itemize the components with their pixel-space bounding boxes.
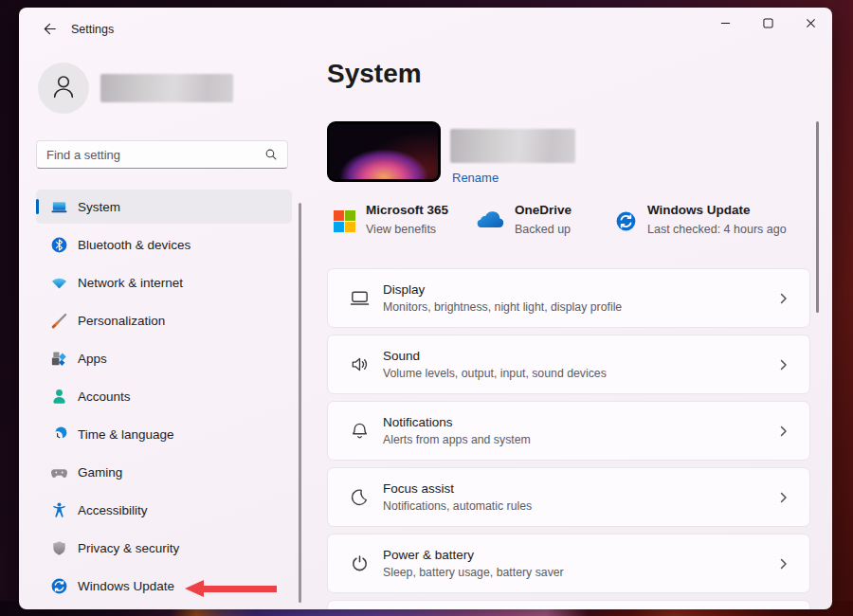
chevron-right-icon [778,492,789,503]
close-icon [806,15,816,32]
sidebar-item-personalization[interactable]: Personalization [36,303,292,337]
sidebar-item-gaming[interactable]: Gaming [36,455,292,489]
display-icon [348,287,371,310]
sidebar-item-accessibility[interactable]: Accessibility [36,493,292,527]
main-scrollbar[interactable] [816,121,819,313]
sidebar-nav: System Bluetooth & devices Network & int… [36,190,292,607]
card-subtitle: Volume levels, output, input, sound devi… [383,367,778,380]
notifications-icon [348,420,371,443]
sidebar-item-bluetooth-devices[interactable]: Bluetooth & devices [36,227,292,262]
microsoft-365-tile[interactable]: Microsoft 365 View benefits [334,203,448,236]
sidebar-item-time-language[interactable]: Time & language [36,417,292,451]
sidebar-item-label: Accessibility [78,503,148,517]
system-icon [49,197,68,216]
search-box [36,140,288,169]
maximize-icon [763,15,773,32]
sound-icon [348,353,371,376]
card-focus-assist[interactable]: Focus assist Notifications, automatic ru… [327,467,810,527]
card-subtitle: Monitors, brightness, night light, displ… [383,300,778,314]
windows-update-icon [615,210,637,236]
apps-icon [49,349,68,368]
onedrive-tile[interactable]: OneDrive Backed up [474,203,572,236]
card-partial-next [327,600,810,609]
card-display[interactable]: Display Monitors, brightness, night ligh… [327,268,810,328]
windows-update-icon [49,576,68,595]
sidebar-item-label: Gaming [78,465,122,480]
card-sound[interactable]: Sound Volume levels, output, input, soun… [327,335,810,394]
sidebar-item-label: Apps [78,352,107,366]
card-subtitle: Notifications, automatic rules [383,499,778,513]
accounts-icon [49,387,68,406]
card-title: Focus assist [383,481,778,496]
card-title: Display [383,282,778,297]
sidebar-item-apps[interactable]: Apps [36,341,292,375]
card-subtitle: Alerts from apps and system [383,433,778,446]
tile-subtitle: View benefits [366,223,448,236]
minimize-button[interactable] [704,8,747,40]
window-title: Settings [71,23,114,36]
chevron-right-icon [778,426,789,437]
sidebar-item-label: Time & language [78,427,174,442]
sidebar-item-label: Bluetooth & devices [78,238,191,252]
tile-subtitle: Backed up [515,223,572,236]
device-thumbnail [327,121,441,182]
privacy-icon [49,538,68,557]
close-button[interactable] [789,8,832,40]
user-name-blurred [100,74,233,102]
card-title: Notifications [383,415,778,429]
bluetooth-icon [49,235,68,254]
sidebar-item-label: System [78,200,120,214]
search-icon [261,148,281,161]
maximize-button[interactable] [747,8,789,40]
sidebar-item-label: Accounts [78,390,131,404]
card-title: Sound [383,349,778,363]
card-notifications[interactable]: Notifications Alerts from apps and syste… [327,401,810,461]
avatar[interactable] [38,63,89,114]
device-wallpaper-preview [330,124,438,179]
rename-link[interactable]: Rename [452,171,499,185]
onedrive-icon [474,210,504,236]
person-icon [46,69,81,107]
sidebar-item-label: Privacy & security [78,541,179,555]
power-icon [348,553,371,575]
time-language-icon [49,425,68,444]
chevron-right-icon [778,558,789,570]
card-subtitle: Sleep, battery usage, battery saver [383,566,778,579]
search-input[interactable] [37,148,261,162]
accessibility-icon [49,500,68,519]
card-power-battery[interactable]: Power & battery Sleep, battery usage, ba… [327,534,810,593]
card-title: Power & battery [383,548,778,562]
gaming-icon [49,462,68,481]
tile-title: Microsoft 365 [366,203,448,217]
tile-title: Windows Update [647,203,787,217]
page-title: System [327,59,422,89]
back-button[interactable] [34,19,64,42]
windows-update-tile[interactable]: Windows Update Last checked: 4 hours ago [615,203,787,236]
window-controls [704,8,832,45]
chevron-right-icon [778,359,789,371]
tile-subtitle: Last checked: 4 hours ago [647,223,787,236]
personalization-icon [49,311,68,330]
settings-window: Settings System [19,8,832,609]
sidebar-item-windows-update[interactable]: Windows Update [36,569,292,603]
sidebar-item-privacy-security[interactable]: Privacy & security [36,531,292,565]
tile-title: OneDrive [515,203,572,217]
sidebar-item-accounts[interactable]: Accounts [36,379,292,413]
back-arrow-icon [43,22,57,40]
chevron-right-icon [778,293,789,304]
sidebar-item-system[interactable]: System [36,190,292,224]
microsoft-logo [334,210,355,236]
focus-assist-icon [348,486,371,509]
sidebar-scrollbar[interactable] [299,203,301,603]
minimize-icon [720,15,731,32]
sidebar-item-network-internet[interactable]: Network & internet [36,265,292,299]
sidebar-item-label: Windows Update [78,579,174,593]
network-icon [49,273,68,292]
sidebar-item-label: Network & internet [78,276,183,290]
device-name-blurred [450,129,575,163]
sidebar-item-label: Personalization [78,314,165,328]
